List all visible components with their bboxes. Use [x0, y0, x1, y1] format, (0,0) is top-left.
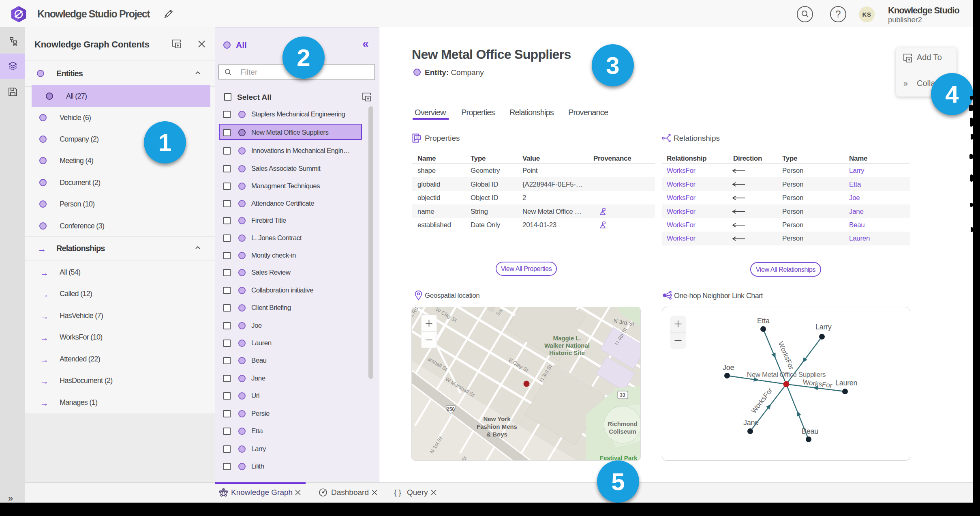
svg-text:Historic Site: Historic Site [549, 349, 585, 356]
svg-text:Maggie L.: Maggie L. [553, 335, 581, 342]
svg-text:WorksFor: WorksFor [777, 340, 795, 371]
svg-text:Coliseum: Coliseum [609, 428, 636, 435]
svg-text:Joe: Joe [723, 363, 734, 372]
svg-text:Jane: Jane [743, 419, 759, 427]
svg-text:Larry: Larry [815, 323, 832, 331]
svg-text:Beau: Beau [802, 427, 818, 435]
svg-text:33: 33 [620, 392, 625, 398]
svg-text:New York: New York [484, 415, 511, 422]
svg-text:WorksFor: WorksFor [750, 386, 774, 415]
svg-text:Fashion Mens: Fashion Mens [477, 423, 517, 430]
svg-text:New Metal Office Suppliers: New Metal Office Suppliers [747, 371, 826, 378]
svg-text:Richmond: Richmond [608, 420, 637, 427]
svg-text:Lauren: Lauren [835, 379, 857, 387]
svg-text:Festival Park: Festival Park [600, 454, 638, 461]
svg-text:Etta: Etta [757, 317, 770, 325]
svg-text:250: 250 [447, 406, 455, 412]
svg-text:Walker National: Walker National [544, 342, 590, 349]
svg-text:& Boys: & Boys [486, 431, 507, 438]
